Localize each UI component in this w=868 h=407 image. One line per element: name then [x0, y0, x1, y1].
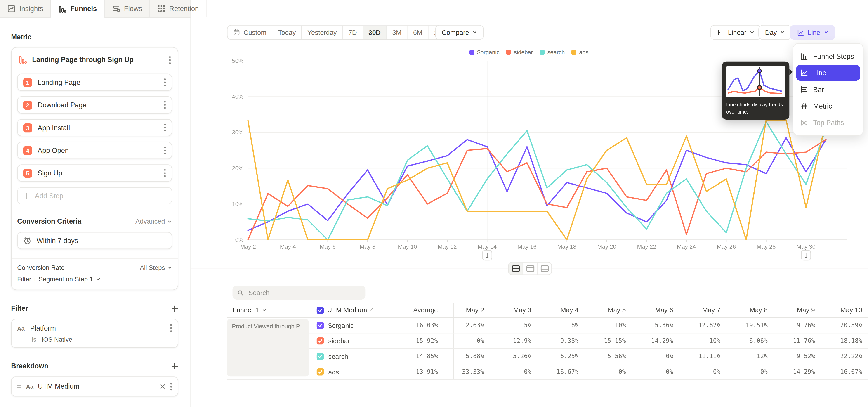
series-line-search[interactable] [248, 122, 826, 240]
value-cell: 20.59% [816, 322, 863, 329]
divider [11, 258, 178, 258]
menu-item-line[interactable]: Line [796, 65, 860, 81]
funnel-step-app-install[interactable]: 3App Install [17, 119, 172, 136]
string-property-icon: Aa [17, 325, 25, 331]
menu-item-bar[interactable]: Bar [796, 82, 860, 97]
conversion-window-button[interactable]: Within 7 days [17, 232, 172, 249]
step-label: App Install [38, 124, 158, 131]
add-step-button[interactable]: Add Step [17, 187, 172, 205]
remove-breakdown-icon[interactable] [160, 384, 165, 389]
step-kebab-icon[interactable] [164, 78, 166, 86]
step-kebab-icon[interactable] [164, 146, 166, 155]
advanced-toggle[interactable]: Advanced [135, 218, 172, 225]
add-filter-button[interactable] [171, 305, 178, 312]
value-cell: 12% [721, 353, 769, 360]
value-cell: 0% [485, 368, 532, 376]
tab-funnels[interactable]: Funnels [51, 0, 105, 18]
funnel-kebab-icon[interactable] [169, 56, 171, 64]
search-input[interactable] [247, 288, 360, 297]
annotation-badge-label: 1 [486, 252, 489, 259]
range-30d[interactable]: 30D [363, 26, 387, 39]
chart-only-view-button[interactable] [523, 262, 537, 275]
menu-item-metric[interactable]: Metric [796, 98, 860, 114]
all-steps-dropdown[interactable]: All Steps [140, 264, 172, 271]
filter-kebab-icon[interactable] [170, 324, 172, 333]
x-axis-label: May 22 [637, 244, 656, 250]
add-step-label: Add Step [35, 192, 63, 200]
range-7d[interactable]: 7D [343, 26, 363, 39]
compare-label: Compare [442, 29, 469, 36]
range-yesterday[interactable]: Yesterday [302, 26, 343, 39]
filter-property-name: Platform [30, 324, 164, 332]
funnel-steps-icon [800, 52, 808, 60]
table-search[interactable] [232, 286, 366, 300]
series-checkbox[interactable] [317, 368, 324, 376]
menu-item-funnel-steps[interactable]: Funnel Steps [796, 48, 860, 64]
table-row-search[interactable]: search14.85%5.88%5.26%6.25%5.56%0%11.11%… [227, 349, 868, 365]
breakdown-kebab-icon[interactable] [170, 382, 172, 391]
breakdown-card[interactable]: Aa UTM Medium [11, 376, 178, 396]
value-cell: 14.29% [627, 337, 674, 344]
value-cell: 9.52% [769, 353, 816, 360]
table-row-organic[interactable]: $organic16.03%2.63%5%8%10%5.36%12.82%19.… [227, 318, 868, 334]
filter-segment-toggle[interactable]: Filter + Segment on Step 1 [17, 276, 172, 282]
range-custom[interactable]: Custom [228, 26, 273, 39]
split-view-button[interactable] [509, 262, 523, 275]
value-cell: 0% [580, 368, 627, 376]
funnel-step-landing-page[interactable]: 1Landing Page [17, 74, 172, 91]
series-name-label: ads [328, 368, 339, 376]
line-chart-icon [797, 29, 804, 36]
series-name-label: sidebar [328, 337, 350, 345]
table-row-ads[interactable]: ads13.91%33.33%0%16.67%0%0%0%0%14.29%16.… [227, 364, 868, 380]
series-checkbox[interactable] [317, 337, 324, 344]
funnel-step-app-open[interactable]: 4App Open [17, 142, 172, 159]
range-3m[interactable]: 3M [387, 26, 408, 39]
filter-segment-label: Filter + Segment on Step 1 [17, 276, 93, 282]
step-kebab-icon[interactable] [164, 123, 166, 132]
series-name-cell: $organic [310, 321, 376, 329]
chevron-down-icon [780, 30, 785, 35]
filter-value: iOS Native [42, 336, 72, 343]
step-kebab-icon[interactable] [164, 169, 166, 177]
chevron-down-icon [824, 30, 829, 35]
chart-type-button[interactable]: Line [790, 25, 835, 40]
breakdown-column-count: 4 [370, 306, 374, 314]
step-kebab-icon[interactable] [164, 101, 166, 109]
breakdown-property-name: UTM Medium [38, 383, 156, 390]
granularity-button[interactable]: Day [758, 25, 792, 40]
series-name-label: $organic [328, 321, 354, 329]
series-line-ads[interactable] [248, 120, 826, 240]
funnel-step-download-page[interactable]: 2Download Page [17, 96, 172, 114]
table-row-sidebar[interactable]: sidebar15.92%0%12.9%9.38%15.15%14.29%10%… [227, 333, 868, 349]
funnel-column-header[interactable]: Funnel1 [227, 306, 310, 314]
funnel-name-cell[interactable]: Product Viewed through P... [227, 319, 309, 377]
clock-icon [23, 237, 32, 245]
x-axis-label: May 2 [240, 244, 256, 250]
menu-item-label: Top Paths [813, 119, 844, 126]
chevron-down-icon [750, 30, 755, 35]
range-today[interactable]: Today [273, 26, 302, 39]
compare-button[interactable]: Compare [435, 25, 484, 40]
breakdown-select-all-checkbox[interactable] [317, 307, 324, 314]
funnel-step-sign-up[interactable]: 5Sign Up [17, 164, 172, 182]
step-label: Landing Page [38, 79, 158, 86]
tab-retention[interactable]: Retention [150, 0, 207, 17]
add-breakdown-button[interactable] [171, 363, 178, 370]
view-toggle-group [508, 262, 552, 275]
tab-flows[interactable]: Flows [105, 0, 150, 17]
date-range-control: CustomTodayYesterday7D30D3M6M12M [227, 25, 453, 40]
chart-only-view-icon [526, 265, 534, 272]
step-label: Sign Up [38, 169, 158, 177]
date-column-header: May 7 [674, 306, 721, 314]
range-6m[interactable]: 6M [408, 26, 428, 39]
drag-handle-icon[interactable] [17, 384, 22, 389]
breakdown-column-header[interactable]: UTM Medium4 [310, 306, 376, 314]
series-checkbox[interactable] [317, 322, 324, 329]
series-checkbox[interactable] [317, 353, 324, 360]
conversion-criteria-heading: Conversion Criteria [17, 218, 81, 225]
table-only-view-button[interactable] [537, 262, 551, 275]
scale-button[interactable]: Linear [710, 25, 761, 40]
filter-card[interactable]: Aa Platform Is iOS Native [11, 319, 178, 348]
tab-insights[interactable]: Insights [0, 0, 51, 17]
x-axis-label: May 16 [518, 244, 536, 250]
